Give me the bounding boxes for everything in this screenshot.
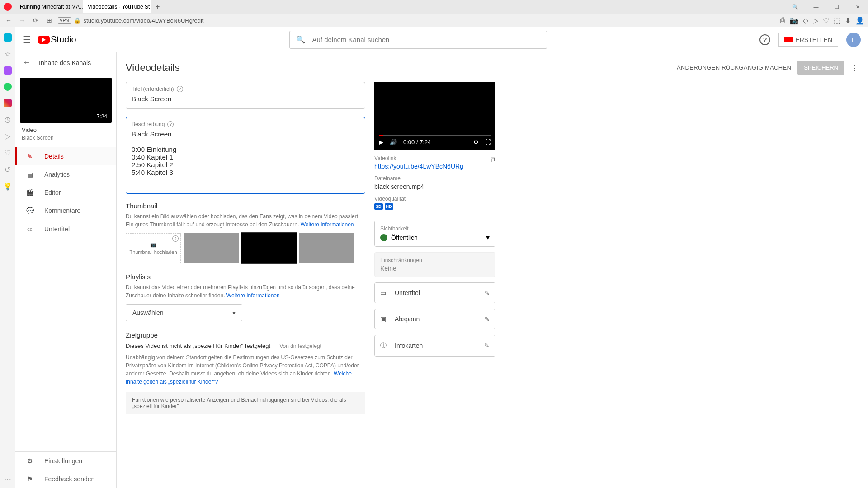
endscreen-row[interactable]: ▣Abspann✎ xyxy=(374,309,495,329)
restrictions-value: Keine xyxy=(380,265,490,272)
sidebar-app-icon[interactable] xyxy=(4,33,12,42)
upload-thumbnail-button[interactable]: ?📷Thumbnail hochladen xyxy=(126,233,181,263)
search-browser-icon[interactable]: 🔍 xyxy=(785,0,806,14)
help-button[interactable]: ? xyxy=(760,34,770,45)
pencil-icon[interactable]: ✎ xyxy=(484,342,490,349)
quality-label: Videoqualität xyxy=(374,196,495,202)
whatsapp-icon[interactable] xyxy=(4,83,12,91)
sidebar-item-details[interactable]: ✎Details xyxy=(15,147,116,165)
play-button[interactable]: ▶ xyxy=(379,139,383,145)
window-close[interactable]: ✕ xyxy=(847,0,868,14)
learn-more-link[interactable]: Weitere Informationen xyxy=(226,292,280,299)
browser-tab[interactable]: Videodetails - YouTube St…✕ xyxy=(83,0,151,13)
cube-icon[interactable]: ⬚ xyxy=(834,16,840,25)
vpn-badge[interactable]: VPN xyxy=(58,17,71,24)
learn-more-link[interactable]: Weitere Informationen xyxy=(301,221,354,228)
sidebar-item-settings[interactable]: ⚙Einstellungen xyxy=(15,452,116,470)
more-icon[interactable]: ⋯ xyxy=(4,475,11,483)
sidebar-item-editor[interactable]: 🎬Editor xyxy=(15,183,116,202)
description-value[interactable]: Black Screen. 0:00 Einleitung 0:40 Kapit… xyxy=(132,130,359,189)
info-strip: Funktionen wie personalisierte Anzeigen … xyxy=(126,392,365,414)
chevron-down-icon: ▾ xyxy=(232,309,236,316)
send-icon[interactable]: ▷ xyxy=(813,16,818,25)
opera-icon xyxy=(4,3,12,11)
back-button[interactable]: ← xyxy=(4,15,14,25)
duration-badge: 7:24 xyxy=(95,113,109,120)
help-icon[interactable]: ? xyxy=(167,121,174,127)
title-value[interactable]: Black Screen xyxy=(132,95,359,104)
comments-icon: 💬 xyxy=(25,207,34,214)
thumbnail-heading: Thumbnail xyxy=(126,202,365,210)
history-icon[interactable]: ↺ xyxy=(5,165,10,174)
video-player[interactable]: ▶ 🔊 0:00 / 7:24 ⚙ ⛶ xyxy=(374,82,495,150)
avatar[interactable]: L xyxy=(846,33,861,47)
volume-button[interactable]: 🔊 xyxy=(390,139,397,145)
address-bar[interactable]: VPN 🔒 studio.youtube.com/video/4LwYBcN6U… xyxy=(58,17,777,24)
main-content: Videodetails ÄNDERUNGEN RÜCKGÄNGIG MACHE… xyxy=(117,52,868,488)
profile-icon[interactable]: 👤 xyxy=(855,16,864,25)
filename: black screen.mp4 xyxy=(374,183,495,190)
search-box[interactable]: 🔍 xyxy=(289,31,547,49)
reload-button[interactable]: ⟳ xyxy=(31,15,41,25)
subtitles-row[interactable]: ▭Untertitel✎ xyxy=(374,282,495,303)
download-icon[interactable]: ⬇ xyxy=(845,16,851,25)
messenger-icon[interactable] xyxy=(4,66,12,75)
video-thumbnail[interactable]: 7:24 xyxy=(20,78,112,123)
sidebar-item-comments[interactable]: 💬Kommentare xyxy=(15,202,116,220)
sidebar-item-feedback[interactable]: ⚑Feedback senden xyxy=(15,470,116,488)
menu-button[interactable]: ☰ xyxy=(23,34,31,45)
playlists-desc: Du kannst das Video einer oder mehreren … xyxy=(126,283,365,300)
speed-dial-icon[interactable]: ⊞ xyxy=(44,15,54,25)
clock-icon[interactable]: ◷ xyxy=(5,115,11,124)
browser-tab[interactable]: Running Minecraft at MA…✕ xyxy=(15,0,83,13)
window-maximize[interactable]: ☐ xyxy=(826,0,847,14)
search-input[interactable] xyxy=(312,36,540,43)
play-icon[interactable]: ▷ xyxy=(5,132,10,141)
videolink[interactable]: https://youtu.be/4LwYBcN6URg xyxy=(374,163,495,170)
copy-button[interactable]: ⧉ xyxy=(491,156,495,164)
star-icon[interactable]: ☆ xyxy=(5,50,11,58)
cards-row[interactable]: ⓘInfokarten✎ xyxy=(374,335,495,357)
nav-label: Analytics xyxy=(44,171,70,178)
thumbnail-option-selected[interactable] xyxy=(241,233,297,263)
title-field[interactable]: Titel (erforderlich)? Black Screen xyxy=(126,82,365,109)
row-label: Abspann xyxy=(395,315,420,323)
heart-icon[interactable]: ♡ xyxy=(823,16,829,25)
restrictions-label: Einschränkungen xyxy=(380,257,490,263)
screenshot-icon[interactable]: ⎙ xyxy=(780,16,785,25)
instagram-icon[interactable] xyxy=(4,99,12,107)
studio-logo[interactable]: Studio xyxy=(38,34,76,45)
fullscreen-icon[interactable]: ⛶ xyxy=(485,139,491,145)
settings-icon[interactable]: ⚙ xyxy=(473,139,479,145)
description-field[interactable]: Beschreibung? Black Screen. 0:00 Einleit… xyxy=(126,117,365,194)
back-arrow-icon[interactable]: ← xyxy=(23,58,31,67)
help-icon[interactable]: ? xyxy=(177,86,183,92)
pencil-icon[interactable]: ✎ xyxy=(484,289,490,296)
bookmark-icon[interactable]: ◇ xyxy=(803,16,808,25)
nav-label: Kommentare xyxy=(44,207,80,214)
pencil-icon[interactable]: ✎ xyxy=(484,315,490,323)
camera-icon[interactable]: 📷 xyxy=(789,16,798,25)
visibility-card[interactable]: Sichtbarkeit Öffentlich▾ xyxy=(374,221,495,247)
sidebar-item-subtitles[interactable]: ㏄Untertitel xyxy=(15,220,116,239)
more-button[interactable]: ⋮ xyxy=(851,63,859,73)
flag-icon: ⚑ xyxy=(25,475,34,483)
sidebar-header[interactable]: Inhalte des Kanals xyxy=(39,59,91,66)
forward-button[interactable]: → xyxy=(17,15,27,25)
create-button[interactable]: ERSTELLEN xyxy=(778,33,838,47)
undo-button[interactable]: ÄNDERUNGEN RÜCKGÄNGIG MACHEN xyxy=(677,64,791,71)
playlist-select[interactable]: Auswählen▾ xyxy=(126,304,242,321)
save-button[interactable]: SPEICHERN xyxy=(797,61,844,75)
thumbnail-desc: Du kannst ein Bild auswählen oder hochla… xyxy=(126,212,365,229)
row-label: Untertitel xyxy=(395,289,420,296)
thumbnail-option[interactable] xyxy=(184,233,239,263)
new-tab-button[interactable]: + xyxy=(151,3,164,11)
bulb-icon[interactable]: 💡 xyxy=(3,182,12,191)
window-minimize[interactable]: — xyxy=(806,0,826,14)
heart-icon[interactable]: ♡ xyxy=(5,149,11,157)
thumbnail-option[interactable] xyxy=(299,233,354,263)
help-icon[interactable]: ? xyxy=(172,235,179,242)
subtitles-icon: ▭ xyxy=(380,289,389,296)
select-label: Auswählen xyxy=(132,309,164,316)
sidebar-item-analytics[interactable]: ▤Analytics xyxy=(15,165,116,183)
